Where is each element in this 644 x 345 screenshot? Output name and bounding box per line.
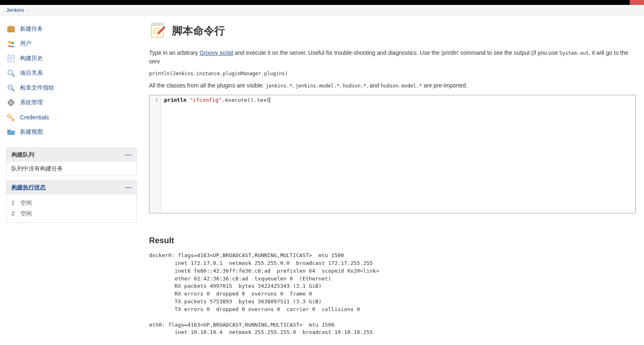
executor-num: 1 [11,199,15,207]
sidebar: 新建任务 用户 构建历史 项目关系 [0,16,137,345]
executors-header: 构建执行状态 — [7,181,136,195]
sidebar-item-label[interactable]: 新建任务 [20,25,43,33]
cursor [270,97,270,103]
script-editor[interactable]: 1 println "ifconfig".execute().text [149,95,636,213]
sidebar-item-label[interactable]: Credentials [20,114,49,121]
build-queue-body: 队列中没有构建任务 [7,162,136,176]
sidebar-item-build-history[interactable]: 构建历史 [6,51,137,66]
sidebar-item-new-view[interactable]: 新建视图 [6,125,137,139]
sidebar-item-new-item[interactable]: 新建任务 [6,22,137,36]
build-queue-header: 构建队列 — [7,148,136,162]
sidebar-item-label[interactable]: 用户 [20,40,31,47]
build-queue-empty: 队列中没有构建任务 [11,165,63,172]
line-number: 1 [149,97,158,103]
sidebar-item-credentials[interactable]: Credentials [6,110,137,125]
search-icon [6,68,16,78]
executor-row: 1 空闲 [11,198,131,208]
sidebar-item-label[interactable]: 构建历史 [20,55,43,62]
executor-status: 空闲 [20,199,32,207]
sidebar-item-check-fingerprint[interactable]: 检查文件指纹 [6,81,137,95]
svg-point-12 [10,101,12,104]
svg-rect-0 [8,27,15,32]
editor-gutter: 1 [149,95,161,213]
topbar [0,0,644,5]
editor-code-area[interactable]: println "ifconfig".execute().text [161,95,635,213]
folder-plus-icon [6,127,16,137]
sidebar-item-project-relationship[interactable]: 项目关系 [6,66,137,81]
breadcrumb: Jenkins › [0,5,644,16]
intro-text-2: All the classes from all the plugins are… [149,81,636,90]
notepad-pencil-icon [149,22,167,40]
package-icon [6,24,16,34]
executors-body: 1 空闲 2 空闲 [7,195,136,222]
svg-point-9 [8,85,13,90]
executors-title[interactable]: 构建执行状态 [11,184,46,191]
keys-icon [6,112,16,122]
executor-status: 空闲 [20,210,32,217]
sidebar-menu: 新建任务 用户 构建历史 项目关系 [6,22,137,139]
svg-point-7 [8,70,13,75]
gear-icon [6,98,16,108]
intro-text-1: Type in an arbitrary Groovy script and e… [149,49,636,66]
svg-point-2 [11,42,13,44]
executors-pane: 构建执行状态 — 1 空闲 2 空闲 [6,180,137,223]
sidebar-item-label[interactable]: 新建视图 [20,128,43,136]
fingerprint-icon [6,83,16,93]
svg-line-8 [12,74,15,77]
collapse-icon[interactable]: — [125,184,131,191]
result-output: docker0: flags=4163<UP,BROADCAST,RUNNING… [149,252,636,336]
result-title: Result [149,236,636,245]
groovy-script-link[interactable]: Groovy script [200,49,233,56]
page-title-text: 脚本命令行 [172,24,225,38]
notification-indicator[interactable] [630,0,644,5]
build-queue-pane: 构建队列 — 队列中没有构建任务 [6,148,137,176]
breadcrumb-jenkins[interactable]: Jenkins [6,7,24,13]
sidebar-item-label[interactable]: 系统管理 [20,99,43,106]
notepad-icon [6,54,16,63]
collapse-icon[interactable]: — [125,151,131,159]
page-title: 脚本命令行 [149,22,636,40]
code-system-out: System.out [559,50,589,56]
build-queue-title: 构建队列 [11,151,34,159]
svg-point-1 [8,41,11,44]
sidebar-item-label[interactable]: 项目关系 [20,69,43,77]
sidebar-item-label[interactable]: 检查文件指纹 [20,84,54,92]
sidebar-item-manage[interactable]: 系统管理 [6,95,137,110]
main-content: 脚本命令行 Type in an arbitrary Groovy script… [137,16,644,345]
example-code: println(Jenkins.instance.pluginManager.p… [149,71,636,76]
breadcrumb-separator: › [28,8,29,13]
sidebar-item-people[interactable]: 用户 [6,36,137,51]
people-icon [6,39,16,49]
executor-num: 2 [11,210,15,217]
svg-line-10 [12,89,15,92]
executor-row: 2 空闲 [11,208,131,219]
